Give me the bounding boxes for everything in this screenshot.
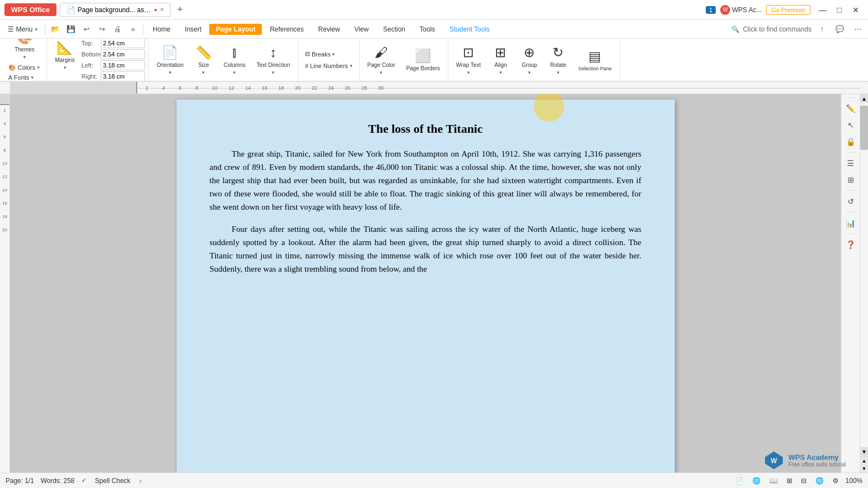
margin-right-input[interactable]: [101, 71, 145, 81]
add-tab-button[interactable]: +: [174, 4, 187, 15]
view-web-button[interactable]: 🌐: [750, 476, 763, 486]
vertical-scrollbar[interactable]: ▲ ▼ ▲ ▼: [860, 94, 868, 473]
columns-button[interactable]: ⫿ Columns ▾: [219, 43, 250, 76]
ribbon-section-page: 📄 Orientation ▾ 📏 Size ▾ ⫿ Columns ▾ ↕ T…: [149, 39, 298, 81]
colors-button[interactable]: 🎨 Colors ▾: [6, 63, 43, 72]
tab-review[interactable]: Review: [312, 24, 347, 35]
scroll-down-button[interactable]: ▼: [860, 447, 868, 456]
tab-tools[interactable]: Tools: [413, 24, 442, 35]
minimize-button[interactable]: —: [815, 4, 830, 16]
view-read-button[interactable]: 📖: [767, 476, 780, 486]
wrap-text-button[interactable]: ⊡ Wrap Text ▾: [452, 43, 485, 76]
themes-button[interactable]: 🎨 Themes ▾: [10, 39, 39, 61]
orientation-button[interactable]: 📄 Orientation ▾: [152, 43, 188, 76]
text-direction-icon: ↕: [270, 45, 277, 60]
page-color-button[interactable]: 🖌 Page Color ▾: [363, 43, 400, 76]
line-numbers-button[interactable]: # Line Numbers ▾: [302, 60, 356, 71]
text-direction-button[interactable]: ↕ Text Direction ▾: [252, 43, 294, 76]
margin-top-input[interactable]: [101, 39, 145, 48]
fonts-button[interactable]: A Fonts ▾: [6, 73, 43, 82]
document-paragraph-1[interactable]: The great ship, Titanic, sailed for New …: [210, 147, 642, 214]
themes-icon: 🎨: [16, 39, 33, 45]
selection-pane-button[interactable]: ▤ Selection Pane: [574, 43, 616, 76]
undo-button[interactable]: ↩: [79, 22, 94, 37]
close-tab-icon[interactable]: ✕: [159, 6, 164, 13]
margin-left-input[interactable]: [101, 60, 145, 70]
tab-section[interactable]: Section: [376, 24, 412, 35]
hamburger-menu-button[interactable]: ☰ Menu ▾: [3, 23, 42, 35]
spell-check-icon: ✓: [81, 477, 86, 484]
breaks-button[interactable]: ⊟ Breaks ▾: [302, 48, 356, 60]
account-label: WPS Ac...: [732, 6, 762, 14]
sidebar-align-button[interactable]: ⊞: [844, 173, 858, 187]
sidebar-refresh-button[interactable]: ↺: [844, 194, 858, 209]
save-button[interactable]: 💾: [64, 22, 78, 37]
page-borders-icon: ⬜: [415, 48, 431, 64]
align-button[interactable]: ⊞ Align ▾: [487, 43, 514, 76]
margin-bottom-input[interactable]: [101, 49, 145, 59]
sidebar-lock-button[interactable]: 🔒: [844, 134, 858, 149]
view-outline-button[interactable]: ⊞: [784, 476, 794, 486]
page-buttons-group: 📄 Orientation ▾ 📏 Size ▾ ⫿ Columns ▾ ↕ T…: [152, 43, 294, 76]
scroll-thumb[interactable]: [860, 106, 868, 150]
columns-icon: ⫿: [231, 45, 238, 60]
scroll-zoom-up[interactable]: ▲: [860, 457, 868, 465]
fonts-dropdown-arrow: ▾: [31, 75, 34, 80]
document-tab[interactable]: 📄 Page background... as background ● ✕: [60, 3, 170, 17]
rotate-button[interactable]: ↻ Rotate ▾: [545, 43, 571, 76]
wps-logo-button[interactable]: WPS Office: [4, 3, 56, 16]
sidebar-pen-button[interactable]: ✏️: [844, 101, 858, 116]
group-button[interactable]: ⊕ Group ▾: [516, 43, 542, 76]
tab-home[interactable]: Home: [146, 24, 177, 35]
view-slide-button[interactable]: ⊟: [799, 476, 809, 486]
margins-button[interactable]: 📐 Margins ▾: [50, 39, 79, 71]
document-area[interactable]: 📋▾ The loss of the Titanic The great shi…: [10, 94, 841, 473]
navigation-arrow[interactable]: ›: [140, 477, 142, 485]
margin-right-label: Right:: [81, 73, 99, 80]
redo-button[interactable]: ↪: [95, 22, 109, 37]
ribbon: 🎨 Themes ▾ 🎨 Colors ▾ A Fonts ▾ ✨ Effect…: [0, 39, 868, 82]
close-button[interactable]: ✕: [848, 4, 864, 16]
ribbon-section-arrange: ⊡ Wrap Text ▾ ⊞ Align ▾ ⊕ Group ▾ ↻ Rota…: [448, 39, 620, 81]
spell-check-button[interactable]: Spell Check: [93, 476, 133, 486]
open-file-button[interactable]: 📂: [48, 22, 63, 37]
scroll-track[interactable]: [860, 103, 868, 447]
right-sidebar: ✏️ ↖ 🔒 ☰ ⊞ ↺ 📊 ❓: [841, 94, 860, 473]
wps-academy-container: W WPS Academy Free office suite tutorial: [763, 449, 846, 471]
margin-inputs: Top: Bottom: Left: Right:: [81, 39, 145, 81]
tab-student-tools[interactable]: Student Tools: [443, 24, 497, 35]
tab-page-layout[interactable]: Page Layout: [209, 24, 262, 35]
maximize-button[interactable]: □: [831, 4, 847, 16]
sidebar-chart-button[interactable]: 📊: [844, 216, 858, 230]
group-icon: ⊕: [524, 45, 535, 60]
more-options-button[interactable]: ⋯: [850, 22, 865, 37]
title-bar: WPS Office 📄 Page background... as backg…: [0, 0, 868, 20]
breaks-icon: ⊟: [305, 50, 310, 58]
view-print-button[interactable]: 📄: [733, 476, 746, 486]
menu-dropdown-arrow: ▾: [35, 27, 38, 32]
print-button[interactable]: 🖨: [110, 22, 125, 37]
wrap-text-icon: ⊡: [463, 45, 474, 60]
scroll-zoom-down[interactable]: ▼: [860, 465, 868, 473]
wps-academy-tagline: Free office suite tutorial: [788, 461, 846, 468]
tab-references[interactable]: References: [263, 24, 310, 35]
premium-button[interactable]: Go Premium: [766, 5, 810, 15]
account-button[interactable]: W WPS Ac...: [720, 5, 762, 15]
tab-view[interactable]: View: [348, 24, 375, 35]
menu-icon: ☰: [8, 25, 14, 33]
scroll-up-button[interactable]: ▲: [860, 94, 868, 103]
sidebar-list-button[interactable]: ☰: [844, 156, 858, 170]
sidebar-cursor-button[interactable]: ↖: [844, 118, 858, 132]
menu-label: Menu: [16, 25, 33, 33]
document-paragraph-2[interactable]: Four days after setting out, while the T…: [210, 222, 642, 276]
page-borders-button[interactable]: ⬜ Page Borders: [402, 43, 445, 76]
language-button[interactable]: 🌐: [813, 476, 826, 486]
size-button[interactable]: 📏 Size ▾: [190, 43, 217, 76]
comment-button[interactable]: 💬: [833, 22, 847, 37]
settings-button[interactable]: ⚙: [830, 476, 841, 486]
share-button[interactable]: ↑: [815, 22, 829, 37]
sidebar-help-button[interactable]: ❓: [844, 237, 858, 252]
more-button[interactable]: »: [126, 22, 140, 37]
tab-insert[interactable]: Insert: [178, 24, 208, 35]
search-label[interactable]: Click to find commands: [743, 25, 812, 33]
